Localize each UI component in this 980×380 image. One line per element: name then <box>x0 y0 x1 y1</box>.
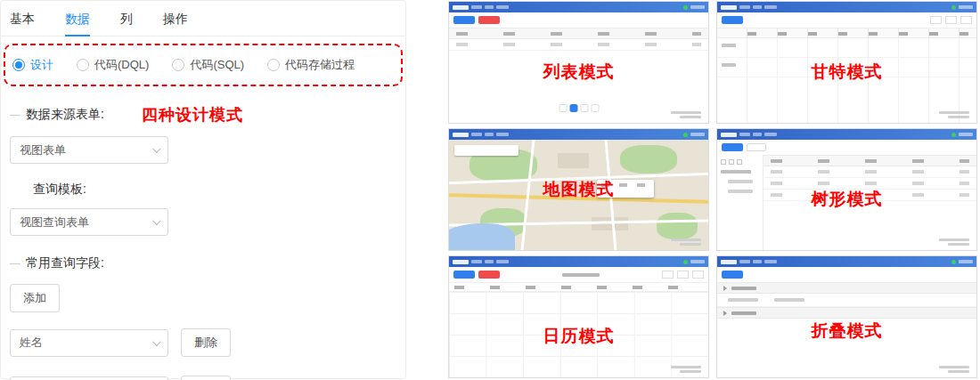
mini-nav-chip <box>753 5 762 9</box>
mini-button <box>722 16 743 24</box>
mini-pagination <box>559 104 599 112</box>
mini-user-dot <box>951 260 956 264</box>
mini-reset-button <box>478 16 500 24</box>
mini-logo <box>453 260 469 264</box>
source-label-row: 数据来源表单: 四种设计模式 <box>10 104 396 125</box>
query-template-value: 视图查询表单 <box>20 214 89 230</box>
mini-button <box>722 143 743 151</box>
mini-user-dot <box>683 133 688 137</box>
mini-logo <box>453 133 469 137</box>
mini-user-dot <box>683 5 688 10</box>
fields-label-row: 常用查询字段: <box>10 255 396 271</box>
page: 基本 数据 列 操作 设计 代码(DQL) 代码(SQL) 代码存储过程 <box>0 0 980 380</box>
mini-nav-chip <box>471 5 482 9</box>
thumbnail-map-mode[interactable]: 地图模式 <box>448 128 709 251</box>
source-form-select[interactable]: 视图表单 <box>10 136 168 164</box>
tab-column[interactable]: 列 <box>120 1 133 36</box>
mode-label-gantt: 甘特模式 <box>812 61 883 84</box>
map-park-area <box>620 145 677 174</box>
source-form-label: 数据来源表单: <box>26 107 104 123</box>
watermark <box>939 239 969 246</box>
decor-row-label <box>722 63 736 67</box>
mini-user-chip <box>959 133 973 136</box>
radio-circle-icon <box>267 59 280 71</box>
radio-circle-icon <box>12 59 25 71</box>
mini-button <box>722 271 743 279</box>
field-select-name[interactable]: 姓名 <box>10 329 168 357</box>
mini-user-chip <box>690 133 705 136</box>
decor-weekday-labels <box>454 286 703 289</box>
query-fields-label: 常用查询字段: <box>26 255 104 271</box>
radio-label: 代码(DQL) <box>94 57 149 73</box>
delete-field-button[interactable]: 删除 <box>181 328 231 357</box>
mode-label-collapse: 折叠模式 <box>812 319 883 343</box>
watermark-line <box>948 243 969 246</box>
radio-code-proc[interactable]: 代码存储过程 <box>267 57 355 73</box>
radio-dot <box>79 61 86 69</box>
add-field-button[interactable]: 添加 <box>10 284 60 312</box>
caret-right-icon <box>723 311 727 316</box>
radio-circle-icon <box>77 59 89 71</box>
mini-view-tab <box>662 271 674 279</box>
mini-collapse-header <box>717 307 976 319</box>
source-form-value: 视图表单 <box>20 142 66 158</box>
config-panel: 基本 数据 列 操作 设计 代码(DQL) 代码(SQL) 代码存储过程 <box>0 0 406 379</box>
radio-design[interactable]: 设计 <box>12 57 53 73</box>
watermark <box>671 111 701 118</box>
query-template-label: 查询模板: <box>33 182 396 198</box>
field-row-gender: 性别 删除 <box>10 376 396 380</box>
page-box <box>559 104 567 112</box>
mini-spacer <box>511 5 681 9</box>
watermark <box>671 366 701 373</box>
radio-dot <box>175 61 182 69</box>
delete-field-button[interactable]: 删除 <box>181 376 231 380</box>
mini-user-dot <box>951 133 956 137</box>
mini-app-header <box>449 2 708 12</box>
mini-spacer <box>780 260 949 263</box>
mini-gantt-date-header <box>717 28 976 38</box>
tab-action[interactable]: 操作 <box>163 1 188 36</box>
decor-date-labels <box>747 32 973 36</box>
thumbnail-calendar-mode[interactable]: 日历模式 <box>448 255 709 378</box>
mini-nav-chip <box>485 133 494 136</box>
mini-nav-chip <box>496 260 509 263</box>
expand-icon <box>721 159 726 165</box>
tree-toolbar-icons <box>721 159 759 165</box>
mini-toolbar <box>717 267 976 282</box>
mini-toolbar <box>449 12 708 28</box>
radio-label: 代码(SQL) <box>190 57 244 73</box>
tab-data[interactable]: 数据 <box>65 1 90 36</box>
mini-search-button <box>453 16 475 24</box>
mini-nav-chip <box>739 133 750 136</box>
tab-bar: 基本 数据 列 操作 <box>1 1 405 36</box>
mode-gallery: 列表模式 甘特模式 <box>448 0 977 380</box>
thumbnail-list-mode[interactable]: 列表模式 <box>448 1 709 124</box>
decor-column-labels <box>771 159 969 163</box>
mini-logo <box>721 5 737 10</box>
field-select-gender[interactable]: 性别 <box>10 376 168 380</box>
query-template-select[interactable]: 视图查询表单 <box>10 208 168 236</box>
watermark-line <box>680 243 701 246</box>
mini-button <box>453 271 475 279</box>
radio-code-dql[interactable]: 代码(DQL) <box>77 57 149 73</box>
tab-basic[interactable]: 基本 <box>10 1 35 36</box>
mini-app-header <box>449 129 708 140</box>
map-water <box>449 223 515 250</box>
thumbnail-tree-mode[interactable]: 树形模式 <box>716 128 977 251</box>
tree-node-child <box>728 190 753 193</box>
mini-nav-chip <box>496 133 509 136</box>
decor-cell-text <box>771 182 969 185</box>
map-search-box <box>454 145 519 156</box>
mini-app-header <box>717 2 976 12</box>
radio-dot <box>270 61 277 69</box>
thumbnail-gantt-mode[interactable]: 甘特模式 <box>716 1 977 124</box>
mini-table-row <box>449 39 708 51</box>
data-form: 数据来源表单: 四种设计模式 视图表单 查询模板: 视图查询表单 常用查询字段:… <box>1 86 405 380</box>
mini-collapse-content-row <box>717 294 976 307</box>
mini-user-chip <box>959 260 973 263</box>
decor-row-text <box>728 298 758 302</box>
radio-code-sql[interactable]: 代码(SQL) <box>172 57 244 73</box>
thumbnail-collapse-mode[interactable]: 折叠模式 <box>716 255 977 378</box>
design-modes-annotation: 四种设计模式 <box>142 104 243 125</box>
chevron-down-icon <box>152 216 161 225</box>
